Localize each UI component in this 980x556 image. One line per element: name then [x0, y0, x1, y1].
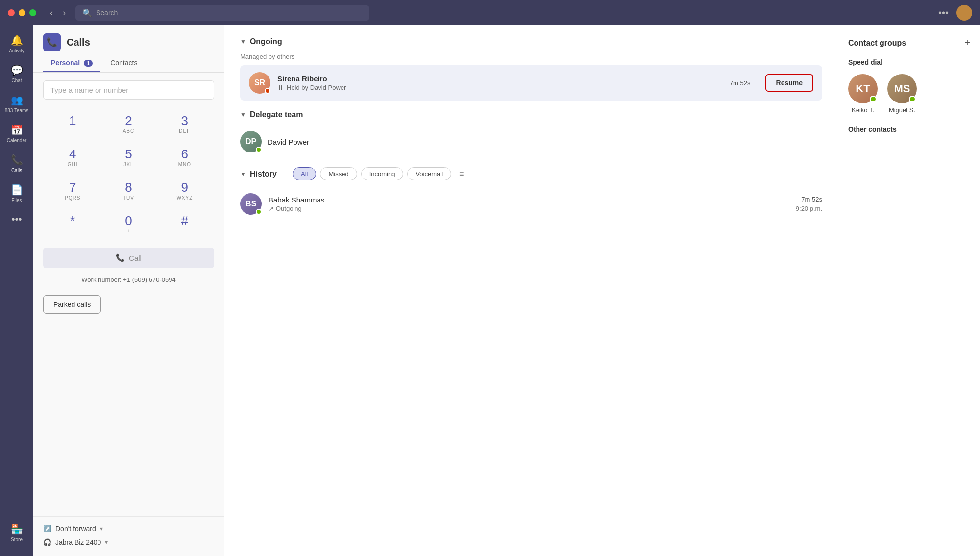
dial-key-1[interactable]: 1: [45, 107, 100, 140]
sidebar-item-chat[interactable]: 💬 Chat: [0, 59, 33, 88]
contact-groups-header: Contact groups +: [848, 37, 970, 49]
miguel-name: Miguel S.: [889, 106, 915, 114]
sidebar-label-files: Files: [11, 198, 22, 203]
work-number: Work number: +1 (509) 670-0594: [33, 272, 224, 287]
sidebar-item-activity[interactable]: 🔔 Activity: [0, 29, 33, 58]
nav-arrows: ‹ ›: [46, 6, 70, 20]
dial-key-star[interactable]: *: [45, 207, 100, 240]
minimize-dot[interactable]: [19, 9, 25, 16]
history-section: ▼ History All Missed Incoming Voicemail …: [240, 167, 822, 221]
close-dot[interactable]: [8, 9, 15, 16]
sidebar-item-more[interactable]: •••: [0, 209, 33, 230]
dialpad-panel: 📞 Calls Personal 1 Contacts 1: [33, 25, 224, 556]
app-body: 🔔 Activity 💬 Chat 👥 883 Teams 📅 Calender…: [0, 25, 980, 556]
tab-personal[interactable]: Personal 1: [43, 55, 100, 72]
david-status-dot: [256, 147, 262, 152]
dial-key-9[interactable]: 9 WXYZ: [157, 174, 212, 206]
ongoing-arrow: ▼: [240, 38, 246, 45]
tab-contacts[interactable]: Contacts: [102, 55, 145, 72]
ongoing-section: ▼ Ongoing Managed by others SR Sirena Ri…: [240, 37, 822, 101]
dial-key-7[interactable]: 7 PQRS: [45, 174, 100, 206]
dial-key-3[interactable]: 3 DEF: [157, 107, 212, 140]
titlebar: ‹ › 🔍 •••: [0, 0, 980, 25]
sirena-status-dot: [265, 88, 270, 94]
filter-voicemail[interactable]: Voicemail: [407, 167, 451, 180]
hold-icon: ⏸: [277, 84, 284, 91]
add-contact-group-button[interactable]: +: [964, 37, 970, 49]
dialpad-input[interactable]: [43, 80, 214, 100]
dial-key-8[interactable]: 8 TUV: [101, 174, 156, 206]
sidebar-item-store[interactable]: 🏪 Store: [7, 518, 26, 547]
window-controls[interactable]: [8, 9, 36, 16]
more-button[interactable]: •••: [938, 7, 949, 19]
history-row: BS Babak Shammas ↗ Outgoing 7m 52s 9:20 …: [240, 187, 822, 221]
david-avatar-wrap: DP: [240, 131, 262, 152]
call-button-icon: 📞: [116, 253, 125, 262]
chat-icon: 💬: [11, 64, 23, 76]
maximize-dot[interactable]: [29, 9, 36, 16]
calls-icon-badge: 📞: [43, 33, 61, 51]
calls-header: 📞 Calls: [33, 25, 224, 51]
contact-groups-title: Contact groups: [848, 39, 964, 48]
filter-icon[interactable]: ≡: [459, 170, 464, 178]
managed-by-label: Managed by others: [240, 53, 822, 60]
dial-key-4[interactable]: 4 GHI: [45, 141, 100, 173]
right-panel: Contact groups + Speed dial KT Keiko T. …: [838, 25, 980, 556]
filter-all[interactable]: All: [293, 167, 316, 180]
search-input[interactable]: [96, 9, 363, 17]
sidebar-item-files[interactable]: 📄 Files: [0, 179, 33, 208]
sidebar-item-teams[interactable]: 👥 883 Teams: [0, 89, 33, 118]
history-meta: 7m 52s 9:20 p.m.: [796, 196, 822, 212]
speed-dial-miguel[interactable]: MS Miguel S.: [887, 74, 917, 114]
personal-badge: 1: [84, 60, 93, 67]
search-icon: 🔍: [82, 8, 92, 18]
calls-icon: 📞: [11, 154, 23, 166]
sidebar-bottom: 🏪 Store: [7, 510, 26, 556]
center-panel: ▼ Ongoing Managed by others SR Sirena Ri…: [224, 25, 838, 556]
titlebar-right: •••: [938, 5, 972, 21]
delegate-arrow: ▼: [240, 111, 246, 118]
speed-dial-keiko[interactable]: KT Keiko T.: [848, 74, 878, 114]
dial-key-2[interactable]: 2 ABC: [101, 107, 156, 140]
calls-title: Calls: [67, 37, 90, 48]
call-button[interactable]: 📞 Call: [43, 248, 214, 268]
parked-calls-wrap: Parked calls: [33, 287, 224, 322]
sirena-name: Sirena Ribeiro: [277, 75, 723, 83]
keiko-status: [870, 96, 877, 102]
speed-dial-grid: KT Keiko T. MS Miguel S.: [848, 74, 970, 114]
dialpad-grid: 1 2 ABC 3 DEF 4 GHI 5 JKL: [33, 103, 224, 244]
dialpad-input-wrap: [33, 73, 224, 103]
sidebar-divider: [7, 514, 26, 514]
sidebar-label-teams: 883 Teams: [5, 108, 29, 113]
forward-setting[interactable]: ↗️ Don't forward ▾: [43, 525, 214, 532]
dial-key-6[interactable]: 6 MNO: [157, 141, 212, 173]
resume-button[interactable]: Resume: [765, 74, 813, 92]
teams-icon: 👥: [11, 94, 23, 106]
delegate-member: DP David Power: [240, 126, 822, 157]
history-section-title[interactable]: ▼ History: [240, 170, 277, 178]
forward-button[interactable]: ›: [59, 6, 70, 20]
sidebar-item-calls[interactable]: 📞 Calls: [0, 149, 33, 178]
search-bar[interactable]: 🔍: [75, 5, 369, 21]
parked-calls-button[interactable]: Parked calls: [43, 295, 101, 314]
more-icon: •••: [11, 214, 22, 225]
filter-incoming[interactable]: Incoming: [361, 167, 404, 180]
dial-key-hash[interactable]: #: [157, 207, 212, 240]
ongoing-call-card: SR Sirena Ribeiro ⏸ Held by David Power …: [240, 65, 822, 101]
device-setting[interactable]: 🎧 Jabra Biz 2400 ▾: [43, 538, 214, 546]
dial-key-5[interactable]: 5 JKL: [101, 141, 156, 173]
sidebar-item-calendar[interactable]: 📅 Calender: [0, 119, 33, 148]
ongoing-section-title[interactable]: ▼ Ongoing: [240, 37, 822, 46]
back-button[interactable]: ‹: [46, 6, 57, 20]
dial-key-0[interactable]: 0 +: [101, 207, 156, 240]
babak-status-dot: [256, 209, 262, 215]
delegate-section-title[interactable]: ▼ Delegate team: [240, 110, 822, 119]
other-contacts-title: Other contacts: [848, 126, 970, 133]
delegate-section: ▼ Delegate team DP David Power: [240, 110, 822, 157]
outgoing-icon: ↗: [269, 205, 274, 212]
filter-missed[interactable]: Missed: [320, 167, 357, 180]
main-content: 📞 Calls Personal 1 Contacts 1: [33, 25, 980, 556]
history-time: 9:20 p.m.: [796, 205, 822, 212]
user-avatar[interactable]: [956, 5, 972, 21]
call-sub: ⏸ Held by David Power: [277, 84, 723, 91]
